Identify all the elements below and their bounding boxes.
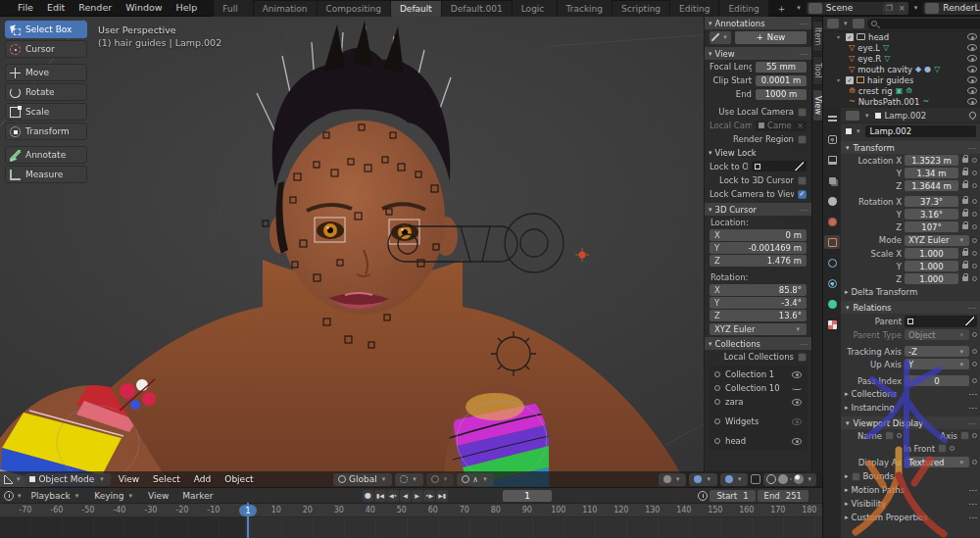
menu-help[interactable]: Help — [170, 0, 205, 16]
animate-dot-icon[interactable] — [972, 264, 977, 269]
panel-options-icon[interactable]: ⋯ — [968, 418, 977, 428]
collection-item[interactable]: head — [709, 434, 808, 448]
animate-dot-icon[interactable] — [972, 238, 977, 243]
animate-dot-icon[interactable] — [972, 199, 977, 204]
search-input[interactable] — [880, 20, 980, 28]
shading-solid-button[interactable] — [778, 474, 788, 484]
scale-y-field[interactable]: 1.000 — [905, 261, 958, 271]
tab-3d-view-full[interactable]: 3D View Full — [214, 0, 253, 17]
scene-selector-icon[interactable]: ▾ — [797, 4, 801, 12]
cursor-rotation-x-field[interactable]: X85.8° — [710, 284, 807, 296]
menu-file[interactable]: File — [11, 0, 40, 16]
collection-item[interactable]: Collection 10 — [709, 381, 808, 395]
tool-annotate[interactable]: Annotate — [5, 146, 87, 164]
menu-window[interactable]: Window — [119, 0, 169, 16]
play-button[interactable]: ▶ — [412, 490, 422, 502]
eyedropper-icon[interactable] — [965, 317, 974, 325]
npanel-tab-item[interactable]: Item — [812, 21, 822, 52]
collection-item[interactable]: Widgets — [709, 415, 808, 428]
eyedropper-icon[interactable] — [795, 162, 804, 171]
in-front-checkbox[interactable] — [938, 444, 947, 453]
eye-closed-icon[interactable] — [792, 386, 802, 390]
outliner-row-eye-l[interactable]: ▽ eye.L ▽ — [823, 42, 980, 53]
tab-texture-properties[interactable] — [824, 318, 840, 331]
local-camera-field[interactable]: Came × — [756, 121, 807, 131]
animate-dot-icon[interactable] — [950, 446, 955, 451]
animate-dot-icon[interactable] — [897, 433, 902, 438]
eye-icon[interactable] — [967, 33, 977, 40]
instancing-panel-header[interactable]: ▸Instancing⋯ — [841, 401, 980, 415]
tab-render-properties[interactable] — [824, 132, 840, 146]
eye-icon[interactable] — [792, 399, 802, 406]
jump-to-end-button[interactable]: ▶▮ — [436, 490, 448, 502]
rotation-z-field[interactable]: 107° — [905, 221, 958, 232]
panel-options-icon[interactable]: ⋯ — [968, 143, 977, 153]
cursor-location-y-field[interactable]: Y-0.001469 m — [710, 242, 807, 254]
outliner-row-mouth-cavity[interactable]: ▽ mouth cavity ◆ ● ▽ — [823, 64, 980, 74]
display-mode-dropdown[interactable] — [827, 19, 839, 28]
collection-item[interactable]: Collection 1 — [709, 367, 808, 381]
scene-unlink-button[interactable]: × — [896, 2, 908, 15]
tab-default-001[interactable]: Default.001 — [442, 1, 513, 17]
animate-dot-icon[interactable] — [972, 171, 977, 175]
annotation-layer-button[interactable]: ▾ — [710, 31, 731, 44]
lock-to-object-field[interactable] — [752, 161, 807, 171]
annotations-panel-header[interactable]: ▾ Annotations ⋯ — [705, 17, 811, 29]
lock-icon[interactable] — [962, 158, 968, 163]
display-as-dropdown[interactable]: Textured▾ — [905, 457, 969, 467]
proportional-editing-dropdown[interactable]: ∧ ▾ — [457, 473, 493, 486]
clip-end-field[interactable]: 1000 m — [756, 89, 807, 100]
panel-options-icon[interactable]: ⋯ — [969, 389, 978, 399]
timeline-canvas[interactable] — [0, 517, 822, 538]
tab-scripting[interactable]: Scripting — [612, 1, 670, 17]
eye-icon[interactable] — [792, 371, 802, 378]
delta-transform-header[interactable]: ▸Delta Transform — [841, 285, 980, 299]
viewport-display-panel-header[interactable]: ▾ Viewport Display ⋯ — [841, 416, 980, 429]
annotation-new-button[interactable]: +New — [735, 31, 807, 44]
gizmo-toggle[interactable]: ▾ — [689, 473, 717, 486]
location-y-field[interactable]: 1.34 m — [905, 168, 958, 178]
bounds-checkbox[interactable] — [852, 472, 860, 481]
animate-dot-icon[interactable] — [972, 362, 977, 367]
lock-icon[interactable] — [962, 251, 968, 256]
tab-compositing[interactable]: Compositing — [318, 1, 391, 17]
panel-options-icon[interactable]: ⋯ — [969, 403, 978, 413]
panel-options-icon[interactable]: ⋯ — [969, 485, 978, 495]
lock-icon[interactable] — [962, 171, 968, 175]
tab-animation[interactable]: Animation — [254, 1, 318, 17]
use-local-camera-checkbox[interactable] — [798, 108, 807, 117]
bounds-row[interactable]: ▸ Bounds — [841, 469, 980, 483]
panel-options-icon[interactable]: ⋯ — [800, 205, 808, 215]
animate-dot-icon[interactable] — [972, 378, 977, 383]
pass-index-field[interactable]: 0 — [905, 375, 969, 386]
tool-scale[interactable]: Scale — [5, 103, 87, 121]
outliner-row-crest-rig[interactable]: ⟰ crest rig ▣ ⟰ — [823, 85, 980, 96]
up-axis-dropdown[interactable]: Y▾ — [905, 359, 969, 369]
animate-dot-icon[interactable] — [972, 349, 977, 354]
record-button[interactable]: ● — [363, 490, 373, 502]
scale-x-field[interactable]: 1.000 — [905, 248, 958, 259]
tracking-axis-dropdown[interactable]: -Z▾ — [905, 346, 969, 357]
prev-keyframe-button[interactable]: ◀• — [387, 490, 399, 502]
tab-tool-properties[interactable] — [824, 112, 840, 125]
collections-panel-header[interactable]: ▸Collections⋯ — [841, 387, 980, 401]
tab-object-properties[interactable] — [824, 235, 840, 249]
viewport-menu-add[interactable]: Add — [188, 474, 217, 484]
show-axis-checkbox[interactable] — [960, 431, 969, 440]
eye-icon[interactable] — [967, 87, 977, 94]
close-icon[interactable]: × — [797, 121, 804, 130]
scale-z-field[interactable]: 1.000 — [905, 273, 958, 284]
panel-options-icon[interactable]: ⋯ — [968, 303, 977, 313]
renderlayer-selector[interactable]: RenderLayer ❐ × — [923, 2, 980, 15]
editor-type-dropdown[interactable] — [846, 111, 859, 121]
transform-panel-header[interactable]: ▾ Transform ⋯ — [841, 141, 980, 154]
snap-toggle[interactable]: ▾ — [426, 473, 455, 486]
npanel-tab-tool[interactable]: Tool — [812, 56, 822, 85]
eye-icon[interactable] — [967, 66, 977, 73]
xray-toggle[interactable] — [751, 474, 760, 484]
shading-rendered-button[interactable] — [794, 474, 804, 484]
outliner-row-eye-r[interactable]: ▽ eye.R ▽ — [823, 53, 980, 64]
shading-wireframe-button[interactable] — [766, 474, 776, 484]
tab-uv-editing[interactable]: UV Editing — [670, 0, 719, 17]
tab-output-properties[interactable] — [824, 153, 840, 167]
